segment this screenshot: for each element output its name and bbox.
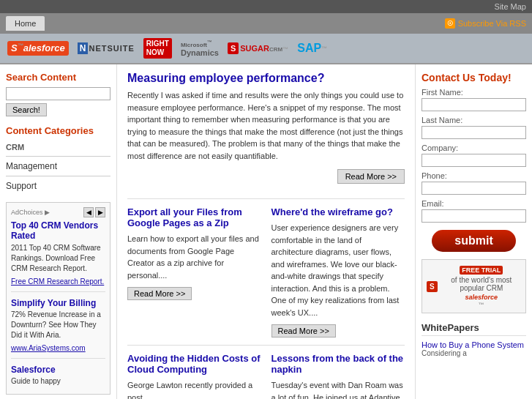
free-trial-logo: salesforce ™: [442, 294, 521, 308]
sub-article-2-read-more[interactable]: Read More >>: [271, 324, 336, 338]
ad-block: AdChoices ▶ ◀ ▶ Top 40 CRM Vendors Rated…: [6, 202, 110, 395]
email-input[interactable]: [422, 209, 526, 223]
whitepapers-title: WhitePapers: [422, 322, 526, 336]
top-bar: Site Map: [0, 0, 532, 13]
categories-title: Content Categories: [6, 125, 110, 136]
ad-link-1[interactable]: Free CRM Research Report.: [11, 277, 104, 286]
free-trial-box[interactable]: S FREE TRIAL of the world's most popular…: [422, 259, 526, 313]
first-name-input[interactable]: [422, 98, 526, 111]
sub-article-2: Where'd the wireframe go? User experienc…: [271, 206, 405, 338]
logo-bar: S™alesforce N NETSUITE RIGHTNOW Microsof…: [0, 34, 532, 64]
featured-article: Measuring employee performance? Recently…: [127, 72, 405, 191]
category-support[interactable]: Support: [6, 179, 110, 193]
main-layout: Search Content Search! Content Categorie…: [0, 64, 532, 399]
logo-sugarcrm[interactable]: S SUGARCRM™: [228, 42, 288, 54]
whitepaper-item-1[interactable]: How to Buy a Phone System Considering a: [422, 340, 526, 357]
sub-articles: Export all your Files from Google Pages …: [127, 198, 405, 338]
email-label: Email:: [422, 199, 526, 208]
right-sidebar: Contact Us Today! First Name: Last Name:…: [415, 64, 532, 399]
categories-list: CRM Management Support: [6, 141, 110, 193]
ad-body-3: Guide to happy: [11, 376, 105, 387]
bottom-articles: Avoiding the Hidden Costs of Cloud Compu…: [127, 345, 405, 399]
ad-headline-2[interactable]: Simplify Your Billing: [11, 298, 105, 308]
free-trial-text: of the world's most popular CRM: [442, 276, 521, 292]
main-content: Measuring employee performance? Recently…: [117, 64, 415, 399]
logo-salesforce[interactable]: S™alesforce: [7, 41, 69, 55]
ad-nav: ◀ ▶: [83, 207, 105, 217]
free-trial-s-icon: S: [427, 281, 438, 292]
contact-form: First Name: Last Name: Company: Phone: E…: [422, 88, 526, 252]
ad-headline-1[interactable]: Top 40 CRM Vendors Rated: [11, 220, 105, 241]
contact-today: Today!: [479, 72, 512, 83]
sub-article-2-title[interactable]: Where'd the wireframe go?: [271, 206, 405, 217]
phone-label: Phone:: [422, 171, 526, 180]
ad-url-2[interactable]: www.AriaSystems.com: [11, 344, 86, 352]
company-input[interactable]: [422, 154, 526, 167]
search-title: Search Content: [6, 72, 110, 83]
bottom-article-2-title[interactable]: Lessons from the back of the napkin: [271, 353, 405, 375]
phone-input[interactable]: [422, 182, 526, 195]
bottom-article-2: Lessons from the back of the napkin Tues…: [271, 353, 405, 399]
contact-title: Contact Us Today!: [422, 72, 526, 83]
bottom-article-2-body: Tuesday's event with Dan Roam was a lot …: [271, 379, 405, 399]
bottom-article-1-body: George Lawton recently provided a post: [127, 379, 261, 399]
search-button[interactable]: Search!: [6, 103, 47, 116]
sub-article-1: Export all your Files from Google Pages …: [127, 206, 261, 338]
nav-bar: Home ☉ Subscribe Via RSS: [0, 13, 532, 34]
ad-body-2: 72% Revenue Increase in a Downturn? See …: [11, 310, 105, 340]
category-management[interactable]: Management: [6, 159, 110, 174]
ad-next-button[interactable]: ▶: [95, 207, 105, 217]
left-sidebar: Search Content Search! Content Categorie…: [0, 64, 117, 399]
featured-article-body: Recently I was asked if time and results…: [127, 89, 405, 162]
content-categories: Content Categories CRM Management Suppor…: [6, 125, 110, 193]
featured-article-title[interactable]: Measuring employee performance?: [127, 72, 405, 85]
rss-icon: ☉: [445, 18, 455, 29]
bottom-article-1-title[interactable]: Avoiding the Hidden Costs of Cloud Compu…: [127, 353, 261, 375]
last-name-label: Last Name:: [422, 116, 526, 124]
sub-article-1-read-more[interactable]: Read More >>: [127, 287, 192, 300]
first-name-label: First Name:: [422, 88, 526, 97]
ad-headline-3[interactable]: Salesforce: [11, 365, 105, 375]
sub-article-1-body: Learn how to export all your files and d…: [127, 233, 261, 281]
ad-body-1: 2011 Top 40 CRM Software Rankings. Downl…: [11, 243, 105, 274]
home-tab[interactable]: Home: [6, 16, 45, 31]
bottom-article-1: Avoiding the Hidden Costs of Cloud Compu…: [127, 353, 261, 399]
rss-link[interactable]: ☉ Subscribe Via RSS: [445, 18, 526, 29]
category-crm: CRM: [6, 141, 110, 154]
submit-button[interactable]: submit: [432, 230, 515, 252]
search-input[interactable]: [6, 87, 110, 100]
ad-choices-label: AdChoices ▶: [11, 209, 50, 216]
logo-microsoft-dynamics[interactable]: Microsoft™ Dynamics: [181, 40, 219, 57]
sitemap-link[interactable]: Site Map: [495, 2, 526, 11]
featured-read-more-button[interactable]: Read More >>: [337, 169, 405, 184]
ad-prev-button[interactable]: ◀: [83, 207, 94, 217]
company-label: Company:: [422, 143, 526, 152]
logo-sap[interactable]: SAP™: [297, 42, 327, 55]
sub-article-2-body: User experience designers are very comfo…: [271, 222, 405, 318]
ad-content: Top 40 CRM Vendors Rated 2011 Top 40 CRM…: [11, 220, 105, 387]
sub-article-1-title[interactable]: Export all your Files from Google Pages …: [127, 206, 261, 228]
logo-netsuite[interactable]: N NETSUITE: [78, 42, 135, 54]
logo-rightnow[interactable]: RIGHTNOW: [143, 38, 172, 59]
free-trial-badge: FREE TRIAL: [460, 266, 503, 275]
last-name-input[interactable]: [422, 126, 526, 139]
